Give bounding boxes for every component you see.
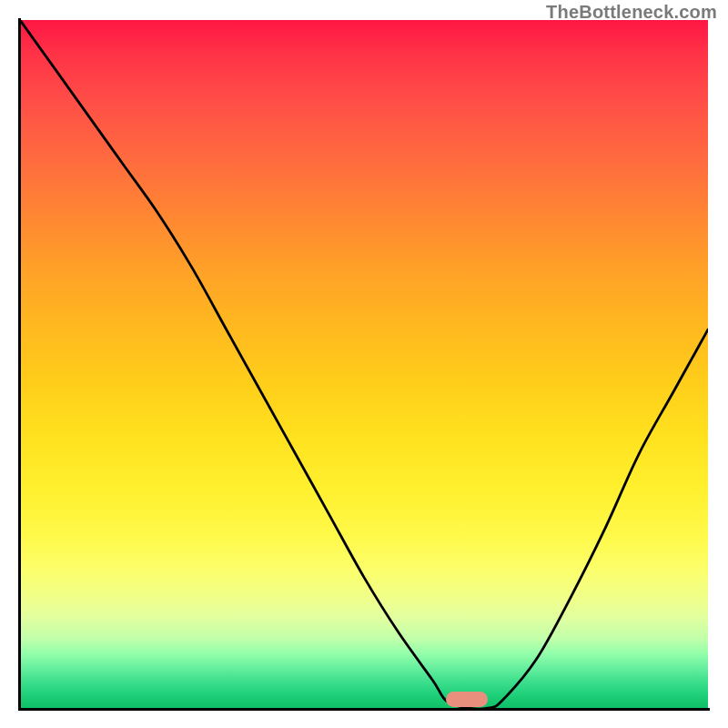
y-axis bbox=[18, 18, 21, 710]
curve-layer bbox=[20, 20, 708, 708]
x-axis bbox=[18, 708, 710, 711]
bottleneck-chart: TheBottleneck.com bbox=[0, 0, 728, 728]
optimal-marker bbox=[446, 692, 488, 707]
watermark-text: TheBottleneck.com bbox=[546, 2, 717, 23]
bottleneck-curve-line bbox=[20, 20, 708, 708]
